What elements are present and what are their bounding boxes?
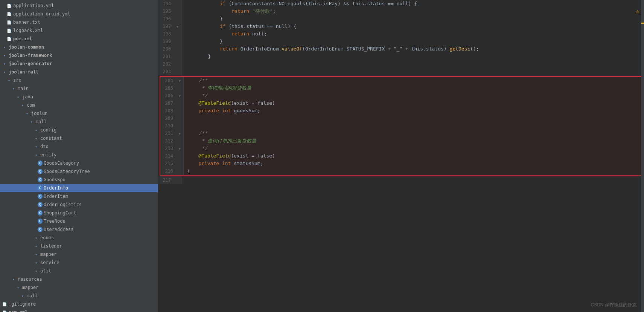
sidebar-item-enums[interactable]: ▾enums (0, 234, 158, 242)
folder-icon: ▾ (33, 268, 39, 274)
sidebar-item-main[interactable]: ▾main (0, 84, 158, 93)
sidebar-item-com[interactable]: ▾com (0, 101, 158, 109)
sidebar-item-logback-xml[interactable]: 📄logback.xml (0, 26, 158, 35)
code-line-211: 211▾ /** (160, 130, 642, 137)
class-icon: C (38, 210, 44, 216)
sidebar-item-joolun-framework[interactable]: ▾joolun-framework (0, 51, 158, 60)
sidebar-item-label: OrderLogistics (44, 202, 82, 207)
sidebar-item-OrderItem[interactable]: COrderItem (0, 192, 158, 200)
sidebar-item-application-druid-yml[interactable]: 📄application-druid.yml (0, 10, 158, 18)
sidebar-item-label: enums (40, 235, 54, 240)
sidebar-item-service[interactable]: ▾service (0, 258, 158, 267)
sidebar-item-banner-txt[interactable]: 📄banner.txt (0, 18, 158, 26)
txt-icon: 📄 (2, 301, 8, 307)
line-number: 194 (158, 0, 174, 8)
txt-icon: 📄 (6, 19, 12, 25)
sidebar-item-mapper-res[interactable]: ▾mapper (0, 283, 158, 292)
code-line-199: 199 } (158, 38, 644, 45)
gutter-cell: ▾ (176, 77, 184, 84)
line-number: 216 (160, 167, 176, 175)
sidebar-item-label: banner.txt (13, 20, 40, 25)
sidebar-item-label: OrderInfo (44, 185, 68, 191)
sidebar-item-mall-res[interactable]: ▾mall (0, 292, 158, 300)
sidebar-item-label: ShoppingCart (44, 210, 76, 216)
class-icon: C (38, 202, 44, 208)
sidebar-item-constant[interactable]: ▾constant (0, 134, 158, 142)
sidebar-item-label: joolun-framework (9, 53, 52, 58)
sidebar-item-application-yml[interactable]: 📄application.yml (0, 2, 158, 10)
sidebar-item-src[interactable]: ▾src (0, 76, 158, 84)
class-icon: C (38, 160, 44, 166)
sidebar-item-label: constant (40, 136, 62, 141)
sidebar-item-dto[interactable]: ▾dto (0, 142, 158, 151)
sidebar-item-resources[interactable]: ▾resources (0, 275, 158, 283)
folder-icon: ▾ (2, 44, 8, 50)
sidebar-item-util[interactable]: ▾util (0, 267, 158, 275)
code-line-210: 210 (160, 122, 642, 130)
folder-icon: ▾ (20, 293, 26, 299)
sidebar-item-TreeNode[interactable]: CTreeNode (0, 217, 158, 225)
sidebar-item-mall[interactable]: ▾mall (0, 118, 158, 126)
sidebar-item-OrderInfo[interactable]: COrderInfo (0, 184, 158, 192)
sidebar-item-listener[interactable]: ▾listener (0, 242, 158, 250)
sidebar-item-label: joolun-common (9, 44, 44, 50)
editor: ⚠ 194 if (CommonConstants.NO.equals(this… (158, 0, 644, 312)
line-number: 198 (158, 30, 174, 38)
class-icon: C (38, 185, 44, 191)
folder-icon: ▾ (33, 144, 39, 150)
code-line-194: 194 if (CommonConstants.NO.equals(this.i… (158, 0, 644, 8)
gutter-cell: ▾ (176, 92, 184, 99)
sidebar-item-pom-xml-root[interactable]: 📄pom.xml (0, 308, 158, 312)
sidebar-item-GoodsSpu[interactable]: CGoodsSpu (0, 176, 158, 184)
sidebar: 📄application.yml📄application-druid.yml📄b… (0, 0, 158, 312)
code-text: } (184, 167, 642, 175)
code-line-215: 215 private int statusSum; (160, 160, 642, 167)
sidebar-item-label: OrderItem (44, 194, 68, 199)
folder-icon: ▾ (33, 243, 39, 249)
sidebar-item-mapper[interactable]: ▾mapper (0, 250, 158, 258)
code-text (181, 60, 644, 68)
sidebar-item-label: joolun-mall (9, 69, 38, 75)
line-number: 209 (160, 115, 176, 122)
xml-icon: 📄 (6, 28, 12, 34)
sidebar-item-OrderLogistics[interactable]: COrderLogistics (0, 200, 158, 209)
sidebar-item-label: mall (27, 293, 38, 298)
gutter-cell: ▾ (176, 130, 184, 137)
class-icon: C (38, 177, 44, 183)
line-number: 200 (158, 45, 174, 53)
sidebar-item-entity[interactable]: ▾entity (0, 151, 158, 159)
sidebar-item-ShoppingCart[interactable]: CShoppingCart (0, 209, 158, 217)
sidebar-item-java[interactable]: ▾java (0, 93, 158, 101)
sidebar-item-label: util (40, 268, 51, 274)
sidebar-item-label: entity (40, 152, 56, 158)
sidebar-item-GoodsCategoryTree[interactable]: CGoodsCategoryTree (0, 167, 158, 176)
gutter-cell (176, 115, 184, 122)
code-line-195: 195 return "待付款"; (158, 8, 644, 15)
gutter-cell (176, 107, 184, 115)
sidebar-item-pom-xml-mall[interactable]: 📄pom.xml (0, 35, 158, 43)
line-number: 204 (160, 77, 176, 84)
sidebar-item-config[interactable]: ▾config (0, 126, 158, 134)
sidebar-item-joolun-mall[interactable]: ▾joolun-mall (0, 68, 158, 76)
scroll-indicator[interactable] (641, 0, 644, 312)
line-number: 214 (160, 152, 176, 160)
sidebar-item-label: GoodsCategory (44, 161, 79, 166)
sidebar-item-joolun-common[interactable]: ▾joolun-common (0, 43, 158, 51)
sidebar-item-label: resources (18, 277, 42, 282)
sidebar-item-GoodsCategory[interactable]: CGoodsCategory (0, 159, 158, 167)
warning-icon: ⚠ (636, 8, 639, 15)
gutter-cell (174, 15, 181, 23)
sidebar-item-joolun-generator[interactable]: ▾joolun-generator (0, 60, 158, 68)
sidebar-item-label: service (40, 260, 59, 265)
sidebar-item-UserAddress[interactable]: CUserAddress (0, 225, 158, 234)
sidebar-item-joolun[interactable]: ▾joolun (0, 109, 158, 118)
class-icon: C (38, 226, 44, 232)
sidebar-item-gitignore[interactable]: 📄.gitignore (0, 300, 158, 308)
folder-icon: ▾ (24, 110, 30, 116)
line-number: 212 (160, 137, 176, 145)
lines-container[interactable]: 194 if (CommonConstants.NO.equals(this.i… (158, 0, 644, 312)
sidebar-item-label: logback.xml (13, 28, 43, 33)
sidebar-item-label: pom.xml (13, 36, 32, 41)
yaml-icon: 📄 (6, 3, 12, 9)
folder-icon: ▾ (2, 69, 8, 75)
